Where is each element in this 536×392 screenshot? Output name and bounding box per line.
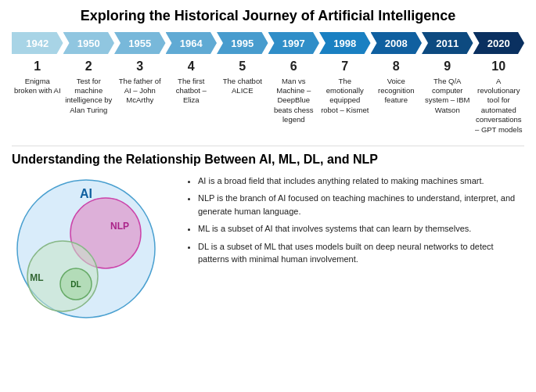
event-description: The first chatbot – Eliza: [176, 77, 207, 105]
year-label: 1942: [12, 32, 63, 54]
svg-text:AI: AI: [80, 187, 92, 200]
arrow-item: 2008: [371, 32, 423, 54]
arrow-item: 1995: [217, 32, 268, 54]
bullet-list: AI is a broad field that includes anythi…: [184, 174, 524, 271]
event-item: 8Voice recognition feature: [371, 59, 423, 106]
year-label: 2020: [473, 32, 525, 54]
bottom-section: AI NLP ML DL AI is a broad field that in…: [12, 174, 524, 331]
svg-text:NLP: NLP: [110, 221, 129, 232]
year-label: 2011: [422, 32, 473, 54]
main-title: Exploring the Historical Journey of Arti…: [12, 8, 524, 24]
event-number: 7: [321, 59, 369, 75]
event-description: The emotionally equipped robot – Kismet: [321, 77, 369, 114]
bullet-item: AI is a broad field that includes anythi…: [198, 174, 524, 188]
bullet-item: ML is a subset of AI that involves syste…: [198, 222, 524, 236]
event-number: 4: [167, 59, 216, 75]
event-number: 2: [65, 59, 113, 75]
event-description: Enigma broken with AI: [14, 77, 61, 95]
event-number: 9: [423, 59, 472, 75]
bullet-item: NLP is the branch of AI focused on teach…: [198, 192, 524, 218]
svg-text:DL: DL: [70, 280, 81, 289]
event-description: The Q/A computer system – IBM Watson: [425, 77, 470, 114]
event-item: 5The chatbot ALICE: [217, 59, 268, 95]
arrow-item: 1955: [114, 32, 166, 54]
arrow-item: 1998: [319, 32, 371, 54]
arrow-item: 1964: [166, 32, 218, 54]
event-number: 6: [270, 59, 318, 75]
event-number: 5: [218, 59, 267, 75]
event-item: 4The first chatbot – Eliza: [166, 59, 218, 106]
section-title: Understanding the Relationship Between A…: [12, 146, 524, 167]
event-item: 2Test for machine intelligence by Alan T…: [63, 59, 115, 115]
year-label: 1998: [319, 32, 371, 54]
event-item: 9The Q/A computer system – IBM Watson: [422, 59, 473, 115]
arrow-item: 1950: [63, 32, 115, 54]
event-description: The father of AI – John McArthy: [119, 77, 161, 105]
year-label: 1997: [268, 32, 320, 54]
event-item: 10A revolutionary tool for automated con…: [473, 59, 525, 135]
event-description: Voice recognition feature: [378, 77, 414, 105]
year-label: 1995: [217, 32, 268, 54]
year-label: 1964: [166, 32, 218, 54]
arrow-item: 1997: [268, 32, 320, 54]
arrow-item: 2011: [422, 32, 473, 54]
timeline-section: 1942195019551964199519971998200820112020…: [12, 32, 524, 135]
event-number: 8: [372, 59, 421, 75]
bullet-item: DL is a subset of ML that uses models bu…: [198, 240, 524, 266]
event-description: Man vs Machine – DeepBlue beats chess le…: [274, 77, 314, 124]
timeline-events: 1Enigma broken with AI2Test for machine …: [12, 59, 524, 135]
svg-text:ML: ML: [30, 272, 43, 283]
event-description: Test for machine intelligence by Alan Tu…: [65, 77, 112, 114]
event-item: 3The father of AI – John McArthy: [114, 59, 166, 106]
event-number: 10: [475, 59, 523, 75]
event-item: 6Man vs Machine – DeepBlue beats chess l…: [268, 59, 320, 125]
event-number: 1: [13, 59, 62, 75]
event-number: 3: [116, 59, 164, 75]
venn-diagram: AI NLP ML DL: [12, 174, 168, 331]
arrow-item: 1942: [12, 32, 63, 54]
event-item: 1Enigma broken with AI: [12, 59, 63, 95]
event-item: 7The emotionally equipped robot – Kismet: [319, 59, 371, 115]
timeline-arrows: 1942195019551964199519971998200820112020: [12, 32, 524, 54]
arrow-item: 2020: [473, 32, 525, 54]
year-label: 1950: [63, 32, 115, 54]
event-description: The chatbot ALICE: [223, 77, 262, 95]
event-description: A revolutionary tool for automated conve…: [475, 77, 523, 134]
year-label: 2008: [371, 32, 423, 54]
year-label: 1955: [114, 32, 166, 54]
